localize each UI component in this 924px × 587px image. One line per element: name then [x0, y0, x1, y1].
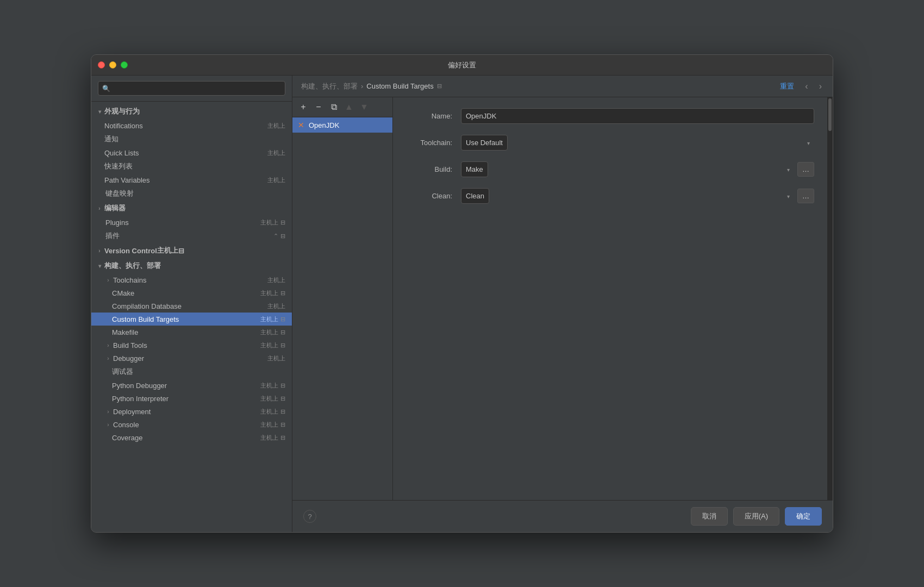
move-down-button[interactable]: ▼: [358, 101, 371, 114]
sidebar-label-pathvars: Path Variables: [104, 176, 264, 184]
sidebar-item-build[interactable]: ▾ 构建、执行、部署: [91, 258, 292, 273]
minimize-button[interactable]: [109, 61, 116, 68]
sidebar-label-coverage: Coverage: [112, 434, 257, 442]
sidebar-badge-cmake: 主机上: [260, 289, 278, 297]
sidebar-item-custombuild[interactable]: Custom Build Targets 主机上 ⊟: [91, 313, 292, 326]
sidebar-item-keymaps[interactable]: 键盘映射: [91, 186, 292, 201]
sidebar-item-coverage[interactable]: Coverage 主机上 ⊟: [91, 431, 292, 444]
targets-list-panel: + − ⧉ ▲ ▼ ✕ OpenJDK: [292, 97, 393, 500]
sidebar-item-label: 外观与行为: [104, 107, 140, 116]
name-label: Name:: [406, 112, 452, 120]
sidebar-item-debugger-cn[interactable]: 调试器: [91, 365, 292, 379]
sidebar-badge-coverage: 主机上: [260, 434, 278, 442]
sidebar-badge-pythondebugger: 主机上: [260, 382, 278, 390]
sidebar-label-pythondebugger: Python Debugger: [112, 382, 257, 390]
add-target-button[interactable]: +: [297, 101, 310, 114]
sidebar-label-custombuild: Custom Build Targets: [112, 315, 257, 323]
sidebar-item-console[interactable]: › Console 主机上 ⊟: [91, 418, 292, 431]
back-button[interactable]: ‹: [803, 80, 810, 92]
sidebar-label-debugger: Debugger: [113, 354, 264, 363]
sidebar-badge-custombuild: 主机上: [260, 315, 278, 323]
bottom-bar: ? 取消 应用(A) 确定: [292, 500, 833, 532]
help-button[interactable]: ?: [303, 510, 316, 523]
sidebar-item-label: 构建、执行、部署: [104, 261, 161, 271]
sidebar-badge-plugins: 主机上: [260, 218, 278, 227]
sidebar-item-versioncontrol[interactable]: › Version Control 主机上 ⊟: [91, 243, 292, 258]
sidebar-badge-compilationdb: 主机上: [267, 302, 285, 310]
sidebar-item-label: 编辑器: [104, 203, 126, 213]
chevron-right-icon-bt: ›: [104, 342, 112, 348]
sidebar-item-buildtools[interactable]: › Build Tools 主机上 ⊟: [91, 339, 292, 352]
toolchain-select[interactable]: Use Default: [461, 135, 508, 151]
cancel-button[interactable]: 取消: [691, 507, 728, 526]
sidebar-item-debugger[interactable]: › Debugger 主机上: [91, 352, 292, 365]
sidebar-label-quicklists-cn: 快速列表: [104, 161, 285, 171]
sidebar-item-appearance[interactable]: ▾ 外观与行为: [91, 104, 292, 119]
clean-select-wrapper: Clean ▾ …: [461, 188, 814, 204]
sidebar-item-quicklists-cn[interactable]: 快速列表: [91, 159, 292, 173]
move-up-button[interactable]: ▲: [342, 101, 355, 114]
right-panel: 构建、执行、部署 › Custom Build Targets ⊟ 重置 ‹ ›…: [292, 76, 833, 532]
sidebar-label-plugins: Plugins: [105, 218, 257, 227]
sidebar-item-compilationdb[interactable]: Compilation Database 主机上: [91, 299, 292, 313]
sidebar-item-notifications-cn[interactable]: 通知: [91, 132, 292, 146]
build-more-button[interactable]: …: [797, 162, 814, 177]
sidebar-label-debugger-cn: 调试器: [112, 367, 285, 377]
preferences-window: 偏好设置 🔍 ▾ 外观与行为 Notifications 主机上: [91, 54, 833, 533]
chevron-right-icon-dbg: ›: [104, 355, 112, 361]
toolchain-select-wrapper: Use Default ▾: [461, 135, 814, 151]
sidebar-item-plugins-cn[interactable]: 插件 ⌃ ⊟: [91, 229, 292, 243]
remove-target-button[interactable]: −: [312, 101, 325, 114]
sidebar-item-pythondebugger[interactable]: Python Debugger 主机上 ⊟: [91, 379, 292, 392]
scrollbar[interactable]: [827, 97, 833, 500]
sidebar-list: ▾ 外观与行为 Notifications 主机上 通知 Quick Lists…: [91, 102, 292, 532]
name-input[interactable]: [461, 108, 814, 124]
sidebar-item-editor[interactable]: › 编辑器: [91, 201, 292, 216]
translate-icon: ⌃: [273, 233, 278, 240]
sidebar-label-notifications-cn: 通知: [104, 134, 285, 144]
sidebar-item-makefile[interactable]: Makefile 主机上 ⊟: [91, 326, 292, 339]
build-select-wrapper: Make ▾ …: [461, 161, 814, 177]
sidebar-item-notifications[interactable]: Notifications 主机上: [91, 119, 292, 132]
search-input[interactable]: [98, 81, 285, 96]
maximize-button[interactable]: [121, 61, 128, 68]
clean-row: Clean: Clean ▾ …: [406, 188, 814, 204]
target-item-openjdk[interactable]: ✕ OpenJDK: [292, 117, 392, 133]
sidebar-item-quicklists[interactable]: Quick Lists 主机上: [91, 146, 292, 159]
close-button[interactable]: [98, 61, 105, 68]
clean-select[interactable]: Clean: [461, 188, 489, 204]
copy-target-button[interactable]: ⧉: [327, 101, 340, 114]
window-title: 偏好设置: [448, 60, 476, 70]
clean-more-button[interactable]: …: [797, 189, 814, 203]
sidebar-item-cmake[interactable]: CMake 主机上 ⊟: [91, 286, 292, 299]
sync-icon2: ⊟: [280, 233, 285, 240]
sync-icon-console: ⊟: [280, 421, 285, 428]
search-icon: 🔍: [102, 85, 110, 92]
sidebar-badge-pythoninterpreter: 主机上: [260, 395, 278, 403]
sidebar-label-keymaps: 键盘映射: [105, 189, 285, 198]
build-select[interactable]: Make: [461, 161, 488, 177]
sidebar-badge-makefile: 主机上: [260, 328, 278, 336]
sidebar-item-toolchains[interactable]: › Toolchains 主机上: [91, 273, 292, 286]
sidebar-label-console: Console: [113, 421, 257, 429]
sidebar-item-pythoninterpreter[interactable]: Python Interpreter 主机上 ⊟: [91, 392, 292, 405]
forward-button[interactable]: ›: [817, 80, 824, 92]
reset-button[interactable]: 重置: [778, 80, 796, 92]
sidebar-badge-console: 主机上: [260, 421, 278, 429]
content-area: + − ⧉ ▲ ▼ ✕ OpenJDK Name:: [292, 97, 833, 500]
build-chevron-icon: ▾: [787, 166, 790, 172]
clean-chevron-icon: ▾: [787, 193, 790, 199]
apply-button[interactable]: 应用(A): [733, 507, 779, 526]
ok-button[interactable]: 确定: [785, 507, 822, 526]
sidebar-item-pathvars[interactable]: Path Variables 主机上: [91, 173, 292, 186]
targets-toolbar: + − ⧉ ▲ ▼: [292, 97, 392, 117]
sidebar-badge-quicklists: 主机上: [267, 149, 285, 157]
chevron-down-icon-build: ▾: [96, 263, 103, 269]
sidebar-item-plugins[interactable]: Plugins 主机上 ⊟: [91, 216, 292, 229]
breadcrumb-separator: ›: [361, 82, 363, 90]
sidebar-item-deployment[interactable]: › Deployment 主机上 ⊟: [91, 405, 292, 418]
main-content: 🔍 ▾ 外观与行为 Notifications 主机上 通知 Q: [91, 76, 833, 532]
chevron-right-icon-con: ›: [104, 422, 112, 428]
chevron-right-icon: ›: [96, 205, 103, 211]
sidebar-label-plugins-cn: 插件: [105, 231, 271, 241]
